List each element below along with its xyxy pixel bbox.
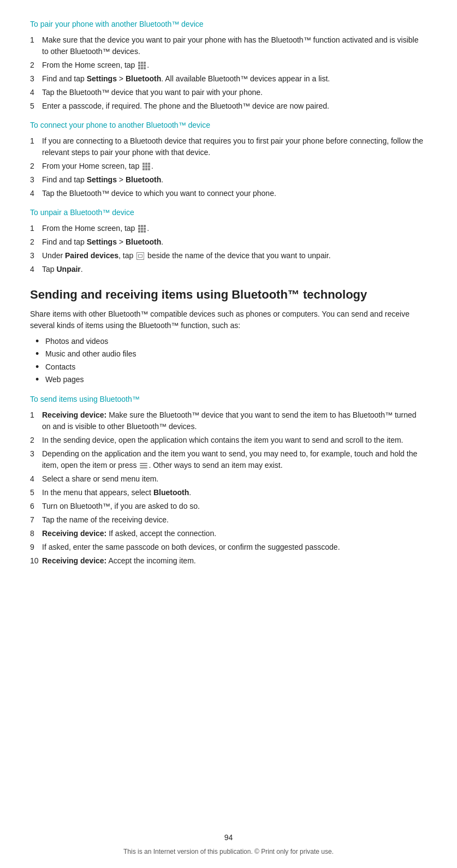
step-number: 5 bbox=[30, 100, 42, 112]
step-number: 7 bbox=[30, 514, 42, 526]
list-item: • Music and other audio files bbox=[35, 348, 427, 360]
list-item: 10 Receiving device: Accept the incoming… bbox=[30, 555, 427, 567]
step-number: 2 bbox=[30, 236, 42, 248]
apps-grid-icon bbox=[138, 62, 146, 69]
list-item: 4 Tap the Bluetooth™ device to which you… bbox=[30, 188, 427, 199]
bullet-list: • Photos and videos • Music and other au… bbox=[35, 336, 427, 386]
step-text: Find and tap Settings > Bluetooth. All a… bbox=[42, 73, 427, 85]
step-text: Tap the Bluetooth™ device that you want … bbox=[42, 87, 427, 98]
step-text: Under Paired devices, tap beside the nam… bbox=[42, 250, 427, 261]
list-item: 3 Depending on the application and the i… bbox=[30, 448, 427, 471]
step-text: Tap the Bluetooth™ device to which you w… bbox=[42, 188, 427, 199]
step-number: 2 bbox=[30, 160, 42, 172]
paired-device-icon bbox=[136, 252, 144, 260]
bullet-text: Music and other audio files bbox=[45, 348, 136, 360]
step-number: 1 bbox=[30, 409, 42, 421]
bullet-dot: • bbox=[35, 348, 45, 360]
step-text: From the Home screen, tap . bbox=[42, 60, 427, 71]
pair-heading: To pair your phone with another Bluetoot… bbox=[30, 19, 427, 30]
big-section-heading: Sending and receiving items using Blueto… bbox=[30, 287, 427, 303]
step-number: 4 bbox=[30, 87, 42, 98]
connect-steps-list: 1 If you are connecting to a Bluetooth d… bbox=[30, 135, 427, 199]
step-text: Find and tap Settings > Bluetooth. bbox=[42, 236, 427, 248]
step-number: 3 bbox=[30, 448, 42, 460]
list-item: 1 Receiving device: Make sure the Blueto… bbox=[30, 409, 427, 432]
list-item: • Photos and videos bbox=[35, 336, 427, 348]
list-item: 1 If you are connecting to a Bluetooth d… bbox=[30, 135, 427, 158]
list-item: 2 Find and tap Settings > Bluetooth. bbox=[30, 236, 427, 248]
list-item: 9 If asked, enter the same passcode on b… bbox=[30, 542, 427, 553]
step-text: Depending on the application and the ite… bbox=[42, 448, 427, 471]
list-item: • Web pages bbox=[35, 374, 427, 386]
bullet-text: Web pages bbox=[45, 374, 84, 385]
step-number: 6 bbox=[30, 501, 42, 512]
step-number: 2 bbox=[30, 60, 42, 71]
step-number: 10 bbox=[30, 555, 42, 567]
step-text: Receiving device: If asked, accept the c… bbox=[42, 528, 427, 539]
list-item: 6 Turn on Bluetooth™, if you are asked t… bbox=[30, 501, 427, 512]
step-number: 4 bbox=[30, 264, 42, 275]
step-number: 1 bbox=[30, 223, 42, 234]
connect-section: To connect your phone to another Bluetoo… bbox=[30, 120, 427, 199]
connect-heading: To connect your phone to another Bluetoo… bbox=[30, 120, 427, 131]
step-text: Receiving device: Make sure the Bluetoot… bbox=[42, 409, 427, 432]
step-number: 5 bbox=[30, 487, 42, 498]
send-heading: To send items using Bluetooth™ bbox=[30, 394, 427, 405]
footer-text: This is an Internet version of this publ… bbox=[123, 848, 334, 855]
list-item: 2 From the Home screen, tap . bbox=[30, 60, 427, 71]
list-item: 4 Select a share or send menu item. bbox=[30, 473, 427, 485]
list-item: • Contacts bbox=[35, 361, 427, 373]
bullet-text: Contacts bbox=[45, 361, 75, 373]
apps-grid-icon bbox=[143, 163, 150, 170]
step-text: From your Home screen, tap . bbox=[42, 160, 427, 172]
step-text: Select a share or send menu item. bbox=[42, 473, 427, 485]
page-content: To pair your phone with another Bluetoot… bbox=[0, 0, 457, 606]
list-item: 2 From your Home screen, tap . bbox=[30, 160, 427, 172]
step-text: If you are connecting to a Bluetooth dev… bbox=[42, 135, 427, 158]
list-item: 7 Tap the name of the receiving device. bbox=[30, 514, 427, 526]
step-text: If asked, enter the same passcode on bot… bbox=[42, 542, 427, 553]
apps-grid-icon bbox=[138, 225, 146, 233]
list-item: 5 In the menu that appears, select Bluet… bbox=[30, 487, 427, 498]
step-number: 4 bbox=[30, 188, 42, 199]
step-number: 1 bbox=[30, 135, 42, 147]
step-number: 3 bbox=[30, 73, 42, 85]
sending-section: Sending and receiving items using Blueto… bbox=[30, 287, 427, 567]
pair-steps-list: 1 Make sure that the device you want to … bbox=[30, 34, 427, 112]
step-text: Tap the name of the receiving device. bbox=[42, 514, 427, 526]
menu-icon bbox=[140, 463, 147, 469]
step-number: 9 bbox=[30, 542, 42, 553]
step-text: Receiving device: Accept the incoming it… bbox=[42, 555, 427, 567]
list-item: 2 In the sending device, open the applic… bbox=[30, 435, 427, 446]
step-number: 8 bbox=[30, 528, 42, 539]
list-item: 8 Receiving device: If asked, accept the… bbox=[30, 528, 427, 539]
bullet-dot: • bbox=[35, 361, 45, 373]
step-text: In the sending device, open the applicat… bbox=[42, 435, 427, 446]
send-steps-list: 1 Receiving device: Make sure the Blueto… bbox=[30, 409, 427, 567]
list-item: 1 Make sure that the device you want to … bbox=[30, 34, 427, 57]
unpair-section: To unpair a Bluetooth™ device 1 From the… bbox=[30, 207, 427, 275]
bullet-text: Photos and videos bbox=[45, 336, 108, 347]
step-text: Tap Unpair. bbox=[42, 264, 427, 275]
bullet-dot: • bbox=[35, 336, 45, 348]
list-item: 3 Under Paired devices, tap beside the n… bbox=[30, 250, 427, 261]
intro-text: Share items with other Bluetooth™ compat… bbox=[30, 308, 427, 331]
list-item: 1 From the Home screen, tap . bbox=[30, 223, 427, 234]
step-text: In the menu that appears, select Bluetoo… bbox=[42, 487, 427, 498]
step-number: 2 bbox=[30, 435, 42, 446]
step-number: 3 bbox=[30, 250, 42, 261]
pair-section: To pair your phone with another Bluetoot… bbox=[30, 19, 427, 112]
step-text: Enter a passcode, if required. The phone… bbox=[42, 100, 427, 112]
list-item: 3 Find and tap Settings > Bluetooth. bbox=[30, 174, 427, 186]
step-number: 3 bbox=[30, 174, 42, 186]
list-item: 5 Enter a passcode, if required. The pho… bbox=[30, 100, 427, 112]
unpair-heading: To unpair a Bluetooth™ device bbox=[30, 207, 427, 218]
step-number: 4 bbox=[30, 473, 42, 485]
page-footer: 94 This is an Internet version of this p… bbox=[0, 832, 457, 857]
send-subsection: To send items using Bluetooth™ 1 Receivi… bbox=[30, 394, 427, 567]
unpair-steps-list: 1 From the Home screen, tap . 2 Find and… bbox=[30, 223, 427, 275]
step-text: Turn on Bluetooth™, if you are asked to … bbox=[42, 501, 427, 512]
step-text: Make sure that the device you want to pa… bbox=[42, 34, 427, 57]
step-text: From the Home screen, tap . bbox=[42, 223, 427, 234]
list-item: 4 Tap the Bluetooth™ device that you wan… bbox=[30, 87, 427, 98]
